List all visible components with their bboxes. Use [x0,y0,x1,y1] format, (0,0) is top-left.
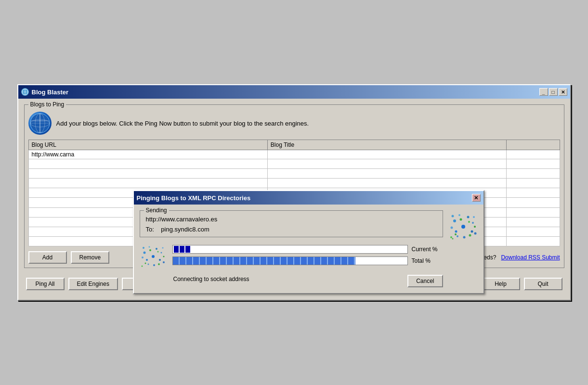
col-title: Blog Title [267,140,506,150]
svg-point-17 [142,257,144,258]
dialog-title: Pinging Blogs to XML RPC Directories [137,194,251,202]
svg-point-32 [472,222,474,224]
dialog-title-bar: Pinging Blogs to XML RPC Directories ✕ [134,191,483,205]
svg-point-9 [146,259,148,261]
col-extra [507,140,560,150]
rss-link[interactable]: Download RSS Submit [501,254,560,261]
svg-point-27 [453,219,456,222]
dialog-left: Sending http://www.carnavalero.es To: pi… [140,210,443,287]
remove-button[interactable]: Remove [71,251,110,264]
sending-label: Sending [144,207,169,214]
dialog-close-button[interactable]: ✕ [472,194,481,202]
svg-point-28 [455,231,457,233]
svg-point-36 [450,227,453,229]
progress-area: Current % Total % [140,243,443,270]
table-row [28,169,560,179]
svg-point-29 [451,215,454,218]
svg-point-37 [473,216,475,218]
svg-point-11 [148,246,150,248]
svg-point-18 [162,247,163,249]
app-icon [21,88,29,96]
svg-point-21 [157,251,158,253]
toolbar-right: Help Quit [482,278,562,290]
close-button[interactable]: ✕ [559,88,567,96]
dialog-footer: Connecting to socket address Cancel [140,275,443,287]
svg-point-10 [143,247,144,249]
group-label: Blogs to Ping [28,101,66,108]
cell-extra [507,150,560,159]
dialog-content: Sending http://www.carnavalero.es To: pi… [134,205,483,293]
svg-point-26 [461,225,465,229]
svg-point-7 [152,255,155,258]
svg-point-39 [459,218,462,221]
svg-point-43 [450,236,452,238]
current-progress-fill [173,245,192,253]
globe-icon [28,112,52,135]
svg-point-34 [463,236,465,239]
add-remove-buttons: Add Remove [28,251,110,264]
current-progress-row: Current % [172,245,443,254]
svg-point-12 [156,248,157,250]
window-controls: _ □ ✕ [539,88,567,96]
status-text: Connecting to socket address [173,276,249,282]
svg-point-24 [141,266,143,267]
svg-point-40 [468,221,470,223]
edit-engines-button[interactable]: Edit Engines [68,278,118,290]
quit-button[interactable]: Quit [524,278,562,290]
progress-block [180,246,184,253]
help-button[interactable]: Help [482,278,520,290]
svg-point-33 [470,231,473,233]
svg-point-19 [163,261,165,263]
col-url: Blog URL [28,140,267,150]
svg-point-38 [474,232,476,235]
cell-url: http://www.carna [28,150,267,159]
table-row: http://www.carna [28,150,560,159]
sending-group: Sending http://www.carnavalero.es To: pi… [140,210,443,237]
svg-point-30 [458,214,460,216]
svg-point-23 [158,263,160,265]
ping-dialog: Pinging Blogs to XML RPC Directories ✕ S… [133,190,484,294]
svg-point-42 [469,234,471,237]
window-title: Blog Blaster [32,89,69,96]
sending-to-value: ping.syndic8.com [161,226,209,233]
current-label: Current % [412,246,443,253]
svg-point-14 [159,259,161,261]
add-button[interactable]: Add [28,251,67,264]
svg-point-16 [147,264,149,265]
total-progress-bar [172,257,408,265]
svg-point-13 [160,252,162,254]
total-label: Total % [412,257,443,264]
sending-to: To: ping.syndic8.com [146,226,437,233]
ping-all-button[interactable]: Ping All [26,278,65,290]
cancel-button[interactable]: Cancel [407,275,443,287]
svg-point-31 [467,216,469,218]
current-progress-bar [172,245,408,254]
cell-title [267,150,506,159]
dialog-right-icon [449,210,478,287]
network-scatter-icon [140,243,167,270]
table-row [28,179,560,188]
title-bar: Blog Blaster _ □ ✕ [18,85,570,99]
total-progress-fill [173,257,356,265]
title-bar-left: Blog Blaster [21,88,69,96]
minimize-button[interactable]: _ [539,88,548,96]
progress-bars: Current % Total % [172,245,443,268]
info-row: Add your blogs below. Click the Ping Now… [28,112,560,135]
svg-point-20 [149,249,151,251]
progress-block [185,246,190,253]
maximize-button[interactable]: □ [549,88,558,96]
svg-point-45 [452,238,453,240]
svg-point-15 [153,264,155,266]
svg-point-8 [143,252,145,254]
info-text: Add your blogs below. Click the Ping Now… [56,120,309,127]
table-row [28,159,560,169]
svg-point-44 [474,226,476,228]
sending-to-label: To: [146,226,154,233]
svg-point-25 [163,256,164,257]
svg-point-22 [144,263,146,264]
svg-point-41 [455,233,457,235]
sending-url: http://www.carnavalero.es [146,216,437,223]
progress-block [174,246,179,253]
total-progress-row: Total % [172,257,443,265]
svg-point-35 [457,235,458,237]
